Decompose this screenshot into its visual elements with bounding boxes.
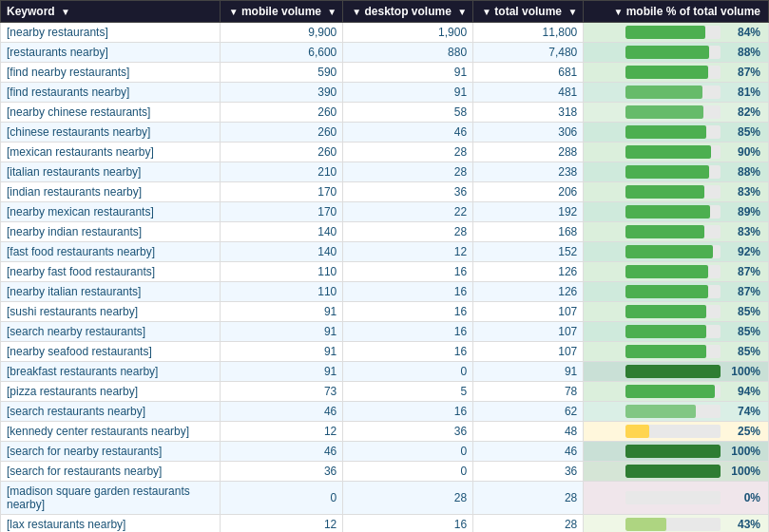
pct-bar [625,205,710,218]
desktop-volume-cell: 46 [343,123,473,142]
table-row: [italian restaurants nearby]2102823888% [1,162,769,182]
desktop-volume-cell: 5 [343,382,473,402]
pct-bar-container [625,445,721,458]
pct-bar-container [625,125,721,139]
mobile-pct-cell: 83% [584,182,769,202]
pct-label: 87% [726,66,760,79]
pct-label: 85% [726,125,760,139]
pct-label: 100% [726,445,760,458]
total-volume-cell: 681 [473,63,584,83]
mobile-volume-cell: 91 [220,302,343,322]
keyword-cell: [nearby seafood restaurants] [1,342,221,362]
header-desktop-volume[interactable]: ▼ desktop volume ▼ [343,1,473,23]
pct-label: 100% [726,465,760,478]
total-volume-cell: 168 [473,222,584,242]
pct-bar-container [625,285,721,298]
mobile-pct-cell: 85% [584,302,769,322]
pct-bar-container [625,245,721,258]
pct-label: 83% [726,185,760,199]
pct-bar [625,225,704,238]
mobile-volume-cell: 110 [220,282,343,302]
header-mobile-pct[interactable]: ▼ mobile % of total volume [584,1,769,23]
header-total-volume[interactable]: ▼ total volume ▼ [473,1,584,23]
table-row: [kennedy center restaurants nearby]12364… [1,422,769,442]
keyword-cell: [nearby mexican restaurants] [1,202,221,222]
total-volume-cell: 152 [473,242,584,262]
filter-total-icon[interactable]: ▼ [482,7,491,17]
mobile-volume-cell: 46 [220,442,343,462]
total-volume-cell: 238 [473,162,584,182]
table-row: [nearby restaurants]9,9001,90011,80084% [1,23,769,43]
mobile-volume-cell: 170 [220,182,343,202]
mobile-pct-cell: 25% [584,422,769,442]
keyword-cell: [search restaurants nearby] [1,402,221,422]
keyword-cell: [chinese restaurants nearby] [1,123,221,142]
total-volume-cell: 306 [473,123,584,142]
mobile-volume-cell: 390 [220,83,343,103]
mobile-pct-cell: 87% [584,282,769,302]
table-row: [breakfast restaurants nearby]91091100% [1,362,769,382]
mobile-pct-cell: 88% [584,162,769,182]
header-mobile-volume[interactable]: ▼ mobile volume ▼ [220,1,343,23]
desktop-volume-cell: 16 [343,322,473,342]
total-volume-cell: 91 [473,362,584,382]
keyword-cell: [search nearby restaurants] [1,322,221,342]
total-volume-cell: 78 [473,382,584,402]
keyword-cell: [find restaurants nearby] [1,83,221,103]
pct-bar-container [625,46,721,59]
mobile-pct-cell: 92% [584,242,769,262]
desktop-volume-cell: 58 [343,103,473,123]
table-row: [nearby indian restaurants]1402816883% [1,222,769,242]
filter-mobile-icon[interactable]: ▼ [229,7,239,17]
mobile-pct-cell: 90% [584,142,769,162]
mobile-pct-cell: 87% [584,63,769,83]
sort-mobile-icon[interactable]: ▼ [327,7,336,17]
total-volume-cell: 192 [473,202,584,222]
sort-keyword-icon[interactable]: ▼ [61,7,70,17]
sort-total-icon[interactable]: ▼ [567,7,577,17]
sort-desktop-icon[interactable]: ▼ [457,7,467,17]
pct-label: 87% [726,285,760,298]
total-volume-cell: 126 [473,282,584,302]
desktop-volume-cell: 16 [343,262,473,282]
mobile-pct-cell: 85% [584,322,769,342]
pct-label: 88% [726,165,760,179]
keyword-cell: [search for restaurants nearby] [1,462,221,482]
mobile-pct-cell: 74% [584,402,769,422]
pct-bar [625,465,721,478]
table-row: [search nearby restaurants]911610785% [1,322,769,342]
pct-bar [625,125,706,139]
table-row: [pizza restaurants nearby]7357894% [1,382,769,402]
mobile-volume-cell: 590 [220,63,343,83]
desktop-volume-cell: 28 [343,482,473,515]
filter-desktop-icon[interactable]: ▼ [352,7,361,17]
table-row: [nearby italian restaurants]1101612687% [1,282,769,302]
desktop-volume-cell: 12 [343,242,473,262]
desktop-volume-cell: 16 [343,282,473,302]
pct-label: 83% [726,225,760,238]
mobile-pct-cell: 100% [584,462,769,482]
desktop-volume-cell: 91 [343,63,473,83]
header-keyword[interactable]: Keyword ▼ [1,1,221,23]
mobile-pct-cell: 82% [584,103,769,123]
keyword-cell: [nearby chinese restaurants] [1,103,221,123]
table-row: [lax restaurants nearby]12162843% [1,515,769,533]
pct-label: 25% [726,425,760,438]
pct-bar [625,46,709,59]
desktop-volume-cell: 28 [343,222,473,242]
filter-pct-icon[interactable]: ▼ [613,7,623,17]
mobile-volume-cell: 0 [220,482,343,515]
mobile-volume-cell: 91 [220,362,343,382]
keyword-cell: [search for nearby restaurants] [1,442,221,462]
mobile-volume-cell: 6,600 [220,43,343,63]
keyword-cell: [find nearby restaurants] [1,63,221,83]
pct-bar [625,305,706,318]
mobile-pct-cell: 100% [584,362,769,382]
table-row: [search for nearby restaurants]46046100% [1,442,769,462]
keyword-cell: [nearby fast food restaurants] [1,262,221,282]
total-volume-cell: 28 [473,515,584,533]
mobile-pct-cell: 85% [584,123,769,142]
pct-bar [625,445,721,458]
pct-bar-container [625,518,721,531]
total-volume-cell: 36 [473,462,584,482]
